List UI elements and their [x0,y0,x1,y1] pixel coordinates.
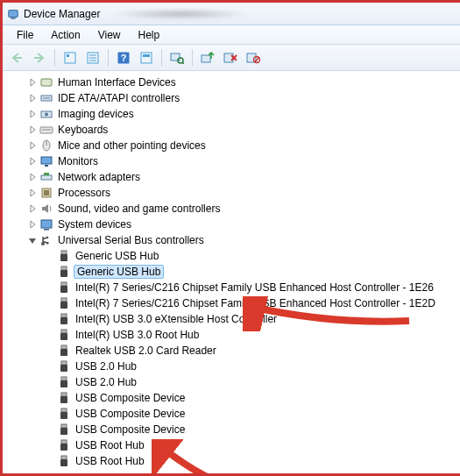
uninstall-button[interactable] [220,47,241,68]
properties-button[interactable] [82,47,103,68]
svg-rect-46 [61,282,67,286]
device-label: Intel(R) 7 Series/C216 Chipset Family US… [74,281,435,294]
tree-category[interactable]: Monitors [10,153,460,169]
tree-device[interactable]: Generic USB Hub [10,248,460,264]
disable-button[interactable] [243,47,264,68]
expand-icon[interactable] [27,188,38,198]
expand-icon[interactable] [27,109,38,119]
cpu-icon [39,186,53,200]
usb-device-icon [57,296,71,310]
tree-device[interactable]: USB 2.0 Hub [10,374,460,390]
toolbar: ? [3,45,460,71]
device-label: Intel(R) 7 Series/C216 Chipset Family US… [74,297,437,309]
menu-action[interactable]: Action [42,27,88,43]
expand-icon[interactable] [27,93,38,103]
device-label: USB 2.0 Hub [74,360,138,373]
expand-icon[interactable] [27,219,38,230]
expand-icon[interactable] [27,140,38,151]
collapse-icon[interactable] [27,235,38,245]
tree-device[interactable]: Intel(R) 7 Series/C216 Chipset Family US… [10,280,460,295]
tree-category[interactable]: Universal Serial Bus controllers [10,232,460,248]
tree-category[interactable]: Processors [10,185,460,201]
svg-rect-31 [41,157,52,164]
svg-rect-55 [60,349,67,356]
expand-icon[interactable] [27,172,38,182]
imaging-icon [39,107,53,121]
sound-icon [39,202,53,216]
tree-category[interactable]: Network adapters [10,169,460,185]
svg-rect-58 [61,377,67,380]
usb-device-icon [57,438,71,452]
svg-rect-60 [61,393,67,396]
svg-rect-54 [61,345,67,349]
svg-line-14 [182,62,184,64]
help-button[interactable]: ? [113,47,134,68]
options-button[interactable] [136,47,157,68]
svg-rect-43 [60,254,67,261]
tree-category[interactable]: Keyboards [10,122,460,138]
scan-hardware-button[interactable] [166,47,188,68]
tree-device[interactable]: USB Composite Device [10,390,460,406]
tree-device[interactable]: Intel(R) USB 3.0 Root Hub [10,327,460,343]
titlebar: Device Manager [3,3,460,25]
back-button [6,47,27,68]
menu-view[interactable]: View [89,27,130,43]
device-label: Intel(R) USB 3.0 eXtensible Host Control… [74,313,279,325]
expand-icon[interactable] [27,124,38,135]
svg-rect-36 [44,190,49,195]
device-label: USB Composite Device [74,408,187,420]
menubar: File Action View Help [3,25,460,45]
menu-file[interactable]: File [8,27,42,43]
usb-device-icon [57,359,71,373]
device-label: USB Composite Device [74,423,187,436]
tree-category[interactable]: Mice and other pointing devices [10,138,460,153]
tree-device[interactable]: Intel(R) USB 3.0 eXtensible Host Control… [10,311,460,327]
svg-rect-56 [61,361,67,365]
app-icon [6,7,20,21]
toolbar-separator [161,49,162,67]
tree-category[interactable]: IDE ATA/ATAPI controllers [10,90,460,106]
tree-device[interactable]: Generic USB Hub [10,264,460,280]
svg-rect-62 [61,409,67,412]
device-manager-window: Device Manager File Action View Help ? [0,0,460,476]
svg-rect-3 [67,54,69,57]
category-label: Imaging devices [56,108,136,120]
usb-device-icon [57,407,71,421]
tree-device[interactable]: Realtek USB 2.0 Card Reader [10,343,460,359]
category-label: Sound, video and game controllers [56,202,222,215]
show-hidden-button[interactable] [60,47,81,68]
device-tree[interactable]: Human Interface DevicesIDE ATA/ATAPI con… [3,71,460,473]
tree-category[interactable]: Human Interface Devices [10,75,460,90]
title-extra-blur [110,9,251,19]
expand-icon[interactable] [27,156,38,167]
toolbar-separator [108,49,109,67]
svg-rect-34 [44,173,49,175]
svg-rect-61 [60,396,67,403]
tree-device[interactable]: USB Root Hub [10,437,460,453]
category-label: IDE ATA/ATAPI controllers [56,92,181,104]
tree-device[interactable]: USB 2.0 Hub [10,359,460,374]
tree-device[interactable]: USB Root Hub [10,453,460,469]
hid-icon [39,75,53,89]
device-label: Generic USB Hub [74,250,160,262]
update-driver-button[interactable] [197,47,218,68]
tree-device[interactable]: USB Composite Device [10,406,460,422]
device-label: Generic USB Hub [74,265,164,279]
usb-device-icon [57,249,71,263]
menu-help[interactable]: Help [130,27,169,43]
usb-device-icon [57,281,71,295]
tree-category[interactable]: Sound, video and game controllers [10,201,460,217]
expand-icon[interactable] [27,203,38,214]
svg-rect-42 [61,251,67,254]
svg-rect-65 [60,428,67,435]
expand-icon[interactable] [27,77,38,88]
tree-category[interactable]: Imaging devices [10,106,460,122]
svg-rect-44 [61,266,67,270]
svg-point-26 [45,113,48,117]
tree-device[interactable]: Intel(R) 7 Series/C216 Chipset Family US… [10,295,460,311]
tree-category[interactable]: System devices [10,217,460,232]
usb-device-icon [57,265,71,279]
tree-device[interactable]: USB Composite Device [10,422,460,437]
svg-rect-48 [61,298,67,302]
svg-rect-32 [45,165,48,167]
